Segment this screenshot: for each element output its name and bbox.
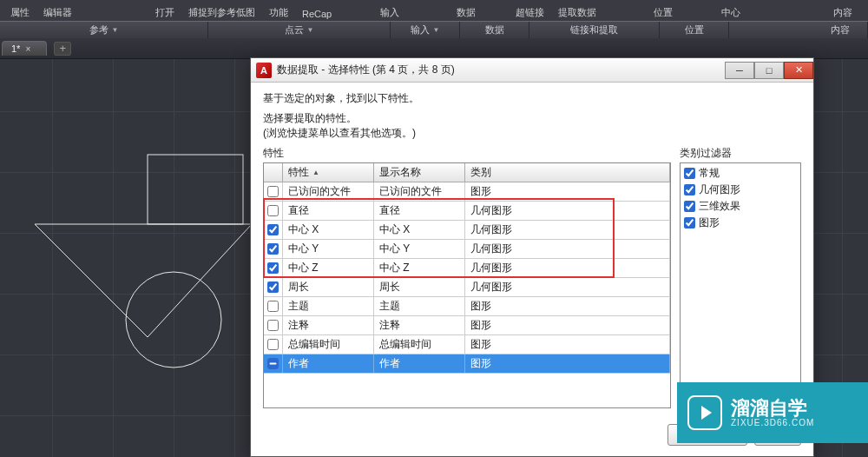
cell-displayname: 周长 xyxy=(374,278,465,296)
header-checkbox-col[interactable] xyxy=(264,163,283,182)
ribbon-group[interactable]: 链接和提取 xyxy=(529,22,660,38)
ribbon-label: 位置 xyxy=(647,4,680,21)
cell-displayname: 已访问的文件 xyxy=(374,182,465,201)
table-row[interactable]: 中心 X中心 X几何图形 xyxy=(264,221,670,240)
properties-table: 特性▲ 显示名称 类别 已访问的文件已访问的文件图形直径直径几何图形中心 X中心… xyxy=(263,162,671,408)
close-icon[interactable]: × xyxy=(25,44,30,54)
cell-displayname: 作者 xyxy=(374,354,465,373)
ribbon-label: 捕捉到参考低图 xyxy=(181,4,262,21)
ribbon-group[interactable]: 数据 xyxy=(460,22,529,38)
table-body[interactable]: 已访问的文件已访问的文件图形直径直径几何图形中心 X中心 X几何图形中心 Y中心… xyxy=(264,182,670,407)
filter-item[interactable]: 常规 xyxy=(682,165,799,182)
row-checkbox[interactable] xyxy=(267,243,279,255)
ribbon-label: ReCap xyxy=(295,7,339,21)
minimize-button[interactable]: ─ xyxy=(725,62,754,79)
filter-list[interactable]: 常规几何图形三维效果图形 xyxy=(680,162,801,408)
cell-property: 已访问的文件 xyxy=(283,182,374,201)
panel-label: 类别过滤器 xyxy=(680,146,801,161)
add-tab-button[interactable]: + xyxy=(54,42,71,56)
chevron-down-icon: ▼ xyxy=(433,26,440,34)
badge-subtitle: ZIXUE.3D66.COM xyxy=(731,418,814,427)
cell-displayname: 直径 xyxy=(374,202,465,220)
window-buttons: ─ □ ✕ xyxy=(725,62,813,79)
ribbon-top-labels: 属性 编辑器 打开 捕捉到参考低图 功能 ReCap 输入 数据 超链接 提取数… xyxy=(0,0,868,21)
header-property[interactable]: 特性▲ xyxy=(283,163,374,182)
ribbon-group[interactable]: 内容 xyxy=(729,22,868,38)
dialog-text: (浏览快捷菜单以查看其他选项。) xyxy=(263,126,801,141)
watermark-badge: 溜溜自学 ZIXUE.3D66.COM xyxy=(677,382,868,443)
cell-property: 作者 xyxy=(283,354,374,373)
row-checkbox[interactable] xyxy=(267,186,279,197)
filter-checkbox[interactable] xyxy=(684,168,695,179)
cell-property: 中心 X xyxy=(283,221,374,239)
table-row[interactable]: 已访问的文件已访问的文件图形 xyxy=(264,182,670,202)
table-row[interactable]: 总编辑时间总编辑时间图形 xyxy=(264,335,670,354)
cell-displayname: 总编辑时间 xyxy=(374,335,465,354)
ribbon-label: 编辑器 xyxy=(36,4,79,21)
ribbon-group[interactable]: 位置 xyxy=(660,22,729,38)
properties-panel: 特性 特性▲ 显示名称 类别 已访问的文件已访问的文件图形直径直径几何图形中心 … xyxy=(263,146,671,408)
maximize-button[interactable]: □ xyxy=(754,62,784,79)
row-checkbox[interactable] xyxy=(267,224,279,235)
close-button[interactable]: ✕ xyxy=(784,62,813,79)
header-category[interactable]: 类别 xyxy=(465,163,670,182)
tab-label: 1* xyxy=(11,43,20,54)
document-tab[interactable]: 1* × xyxy=(2,41,47,56)
row-checkbox[interactable] xyxy=(267,320,279,331)
table-row[interactable]: 中心 Z中心 Z几何图形 xyxy=(264,259,670,278)
row-checkbox[interactable] xyxy=(267,358,279,369)
cell-displayname: 注释 xyxy=(374,316,465,334)
table-row[interactable]: 周长周长几何图形 xyxy=(264,278,670,297)
panel-label: 特性 xyxy=(263,146,671,161)
filter-panel: 类别过滤器 常规几何图形三维效果图形 xyxy=(680,146,801,408)
table-row[interactable]: 主题主题图形 xyxy=(264,297,670,316)
row-checkbox[interactable] xyxy=(267,281,279,293)
cell-category: 几何图形 xyxy=(465,278,670,296)
cell-displayname: 中心 Z xyxy=(374,259,465,277)
cell-category: 几何图形 xyxy=(465,259,670,277)
sort-asc-icon: ▲ xyxy=(312,169,319,176)
cell-property: 注释 xyxy=(283,316,374,334)
table-row[interactable]: 中心 Y中心 Y几何图形 xyxy=(264,240,670,259)
cell-category: 图形 xyxy=(465,182,670,201)
cell-category: 几何图形 xyxy=(465,221,670,239)
filter-item[interactable]: 图形 xyxy=(682,215,799,231)
ribbon-group[interactable]: 参考▼ xyxy=(0,22,208,38)
cell-category: 图形 xyxy=(465,335,670,354)
cell-displayname: 中心 X xyxy=(374,221,465,239)
ribbon-label: 提取数据 xyxy=(551,4,603,21)
ribbon-label: 属性 xyxy=(3,4,36,21)
table-row[interactable]: 作者作者图形 xyxy=(264,354,670,374)
dialog-titlebar[interactable]: A 数据提取 - 选择特性 (第 4 页，共 8 页) ─ □ ✕ xyxy=(251,58,813,83)
ribbon-group[interactable]: 输入▼ xyxy=(391,22,460,38)
filter-item[interactable]: 几何图形 xyxy=(682,182,799,198)
app-icon: A xyxy=(256,63,272,78)
ribbon-label: 内容 xyxy=(826,4,859,21)
dialog-title: 数据提取 - 选择特性 (第 4 页，共 8 页) xyxy=(277,63,455,77)
row-checkbox[interactable] xyxy=(267,205,279,216)
filter-label: 常规 xyxy=(699,166,720,181)
cell-property: 直径 xyxy=(283,202,374,220)
cell-displayname: 主题 xyxy=(374,297,465,315)
table-row[interactable]: 直径直径几何图形 xyxy=(264,202,670,221)
cell-category: 图形 xyxy=(465,297,670,315)
ribbon-label: 功能 xyxy=(262,4,295,21)
cell-category: 图形 xyxy=(465,316,670,334)
table-header: 特性▲ 显示名称 类别 xyxy=(264,163,670,182)
document-tabbar: 1* × + xyxy=(0,38,868,59)
filter-checkbox[interactable] xyxy=(684,217,695,228)
filter-item[interactable]: 三维效果 xyxy=(682,198,799,215)
cell-property: 总编辑时间 xyxy=(283,335,374,354)
play-icon xyxy=(687,395,722,430)
ribbon-group[interactable]: 点云▼ xyxy=(208,22,391,38)
filter-checkbox[interactable] xyxy=(684,201,695,212)
ribbon-label: 中心 xyxy=(714,4,747,21)
row-checkbox[interactable] xyxy=(267,262,279,274)
cell-category: 几何图形 xyxy=(465,202,670,220)
ribbon-label: 数据 xyxy=(450,4,483,21)
header-displayname[interactable]: 显示名称 xyxy=(374,163,465,182)
table-row[interactable]: 注释注释图形 xyxy=(264,316,670,335)
row-checkbox[interactable] xyxy=(267,301,279,312)
row-checkbox[interactable] xyxy=(267,339,279,350)
filter-checkbox[interactable] xyxy=(684,184,695,195)
